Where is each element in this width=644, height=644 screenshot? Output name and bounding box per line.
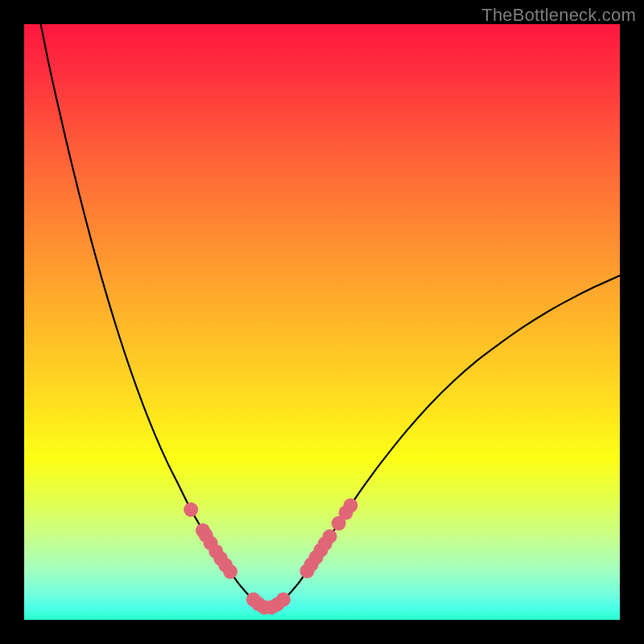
highlight-dot	[344, 498, 358, 513]
highlight-dot	[184, 502, 198, 517]
highlight-dot	[323, 529, 337, 543]
highlight-dot	[223, 564, 237, 579]
highlight-dot	[276, 592, 291, 607]
plot-area	[24, 24, 620, 620]
curve-overlay	[24, 24, 620, 620]
bottleneck-curve	[36, 24, 620, 608]
watermark-text: TheBottleneck.com	[481, 5, 636, 26]
chart-frame: TheBottleneck.com	[0, 0, 644, 644]
